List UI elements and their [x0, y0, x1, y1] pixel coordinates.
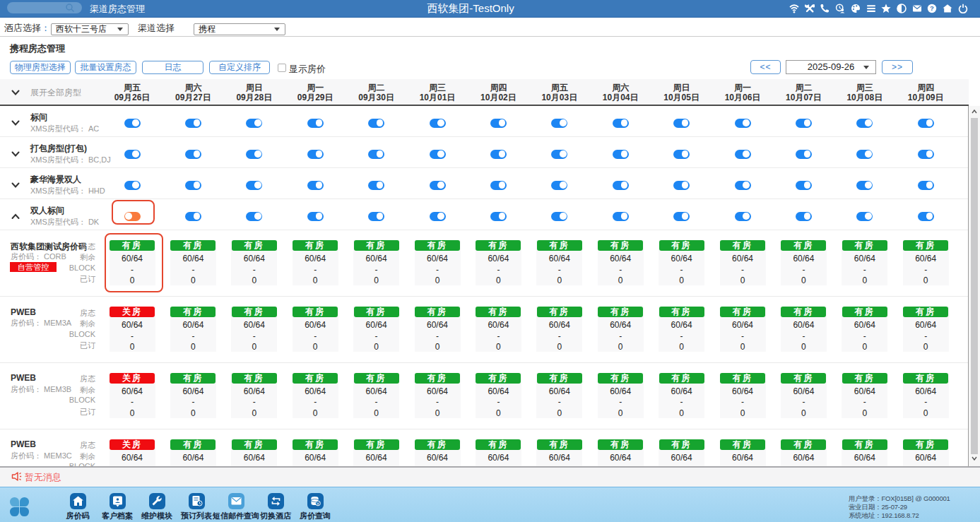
svg-text:?: ?	[930, 4, 934, 12]
